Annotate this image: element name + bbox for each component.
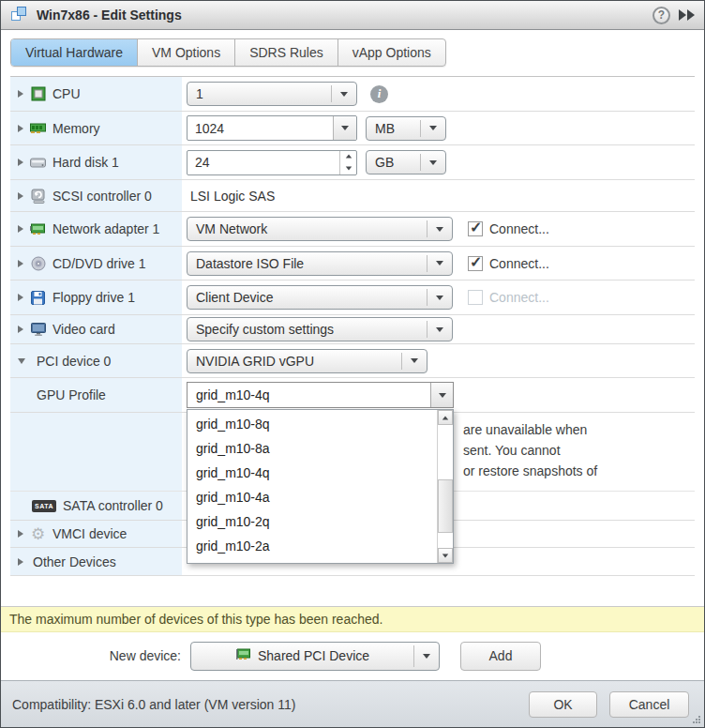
chevron-down-icon[interactable] [414,643,439,670]
help-icon[interactable]: ? [652,7,670,24]
row-floppy-drive: Floppy drive 1 Client Device Connect... [10,281,695,315]
chevron-down-icon[interactable] [428,218,452,240]
disk-size-stepper[interactable] [339,151,356,174]
chevron-down-icon[interactable] [421,117,445,140]
new-device-label: New device: [1,648,181,663]
step-up-icon[interactable] [340,151,356,163]
expand-arrow-icon[interactable] [18,192,23,200]
memory-unit-dropdown[interactable]: MB [366,116,446,141]
hardware-table: CPU 1 i Memory 1024 [10,76,695,576]
info-icon[interactable]: i [370,85,388,103]
row-label: SCSI controller 0 [52,189,152,204]
chevron-down-icon[interactable] [428,252,452,275]
gpu-profile-option[interactable]: grid_m10-4q [188,461,437,485]
cpu-icon [30,86,46,102]
chevron-down-icon[interactable] [333,116,356,140]
step-down-icon[interactable] [340,162,356,174]
chevron-down-icon[interactable] [421,151,445,174]
memory-input[interactable]: 1024 [187,115,357,141]
row-label: SATA controller 0 [63,498,163,513]
tab-vm-options[interactable]: VM Options [138,39,235,66]
scsi-type-value: LSI Logic SAS [187,189,275,204]
chevron-down-icon[interactable] [430,383,453,407]
tab-virtual-hardware[interactable]: Virtual Hardware [11,39,138,66]
add-button[interactable]: Add [460,642,541,671]
collapse-arrow-icon[interactable] [18,358,25,364]
floppy-connect-checkbox[interactable] [468,290,483,305]
gpu-profile-option-list: grid_m10-8q grid_m10-8a grid_m10-4q grid… [187,409,454,564]
row-scsi-controller: SCSI controller 0 LSI Logic SAS [10,180,695,212]
ok-button[interactable]: OK [529,691,597,718]
new-device-value: Shared PCI Device [258,648,369,663]
row-label: GPU Profile [37,387,106,402]
pci-device-dropdown[interactable]: NVIDIA GRID vGPU [187,349,428,373]
gear-icon: ⚙ [30,526,46,542]
cpu-dropdown[interactable]: 1 [187,82,357,106]
footer-bar: Compatibility: ESXi 6.0 and later (VM ve… [1,680,704,727]
video-card-icon [30,322,46,338]
row-hard-disk: Hard disk 1 24 GB [10,145,695,180]
cddvd-connect-checkbox[interactable] [468,256,483,271]
row-label: Floppy drive 1 [52,290,135,305]
expand-arrow-icon[interactable] [18,558,23,566]
chevron-down-icon[interactable] [332,83,356,105]
scrollbar-thumb[interactable] [438,479,453,534]
shared-pci-device-icon [235,648,251,663]
gpu-profile-option[interactable]: grid_m10-4a [188,485,437,509]
compatibility-text: Compatibility: ESXi 6.0 and later (VM ve… [12,697,295,712]
tab-vapp-options[interactable]: vApp Options [338,39,445,66]
scroll-down-icon[interactable] [438,548,453,563]
expand-arrow-icon[interactable] [18,159,23,166]
expand-arrow-icon[interactable] [18,260,23,267]
chevron-down-icon[interactable] [428,286,452,309]
gpu-profile-option[interactable]: grid_m10-2q [188,509,437,534]
expand-arrow-icon[interactable] [18,125,23,132]
title-bar: Win7x86 - Edit Settings ? [1,1,704,30]
row-label: PCI device 0 [37,354,111,369]
tab-sdrs-rules[interactable]: SDRS Rules [235,39,338,66]
hard-disk-icon [30,155,46,171]
expand-arrow-icon[interactable] [18,90,23,98]
connect-label: Connect... [489,256,549,271]
disk-unit-dropdown[interactable]: GB [366,150,446,174]
network-dropdown[interactable]: VM Network [187,217,453,241]
expand-arrow-icon[interactable] [18,326,23,333]
dialog-title: Win7x86 - Edit Settings [37,8,182,23]
row-label: Memory [52,121,100,136]
row-gpu-profile: GPU Profile grid_m10-4q grid_m10-8q grid… [10,378,695,413]
disk-size-input[interactable]: 24 [187,150,357,175]
cddvd-dropdown[interactable]: Datastore ISO File [187,251,453,276]
video-settings-dropdown[interactable]: Specify custom settings [187,317,453,341]
row-label: Network adapter 1 [52,221,159,236]
cddvd-icon [30,255,46,271]
chevron-down-icon[interactable] [402,350,427,372]
connect-label: Connect... [489,221,549,236]
scsi-controller-icon [30,188,46,204]
gpu-profile-option[interactable]: grid_m10-2a [188,534,437,558]
new-device-dropdown[interactable]: Shared PCI Device [190,642,440,671]
row-label: Other Devices [33,554,116,569]
new-device-row: New device: Shared PCI Device Add [1,632,704,681]
network-connect-checkbox[interactable] [468,221,483,236]
expand-arrow-icon[interactable] [18,294,23,301]
row-label: CD/DVD drive 1 [52,256,146,271]
gpu-profile-dropdown[interactable]: grid_m10-4q [187,382,454,408]
chevron-down-icon[interactable] [428,318,452,341]
row-label: Hard disk 1 [52,155,119,170]
cancel-button[interactable]: Cancel [609,691,689,718]
dropdown-scrollbar[interactable] [437,410,453,563]
gpu-profile-option[interactable]: grid_m10-8a [188,436,437,461]
scroll-up-icon[interactable] [438,410,453,425]
warning-bar: The maximum number of devices of this ty… [1,606,704,632]
fast-forward-icon[interactable] [678,9,695,21]
scrollbar-track[interactable] [438,425,453,548]
expand-arrow-icon[interactable] [18,225,23,233]
resize-grip[interactable] [692,715,700,723]
floppy-dropdown[interactable]: Client Device [187,285,453,310]
row-pci-device: PCI device 0 NVIDIA GRID vGPU [10,344,695,378]
row-cddvd-drive: CD/DVD drive 1 Datastore ISO File Connec… [10,247,695,281]
row-cpu: CPU 1 i [10,77,695,112]
gpu-profile-option[interactable]: grid_m10-8q [188,412,437,436]
expand-arrow-icon[interactable] [18,530,23,538]
row-label: Video card [52,322,115,337]
